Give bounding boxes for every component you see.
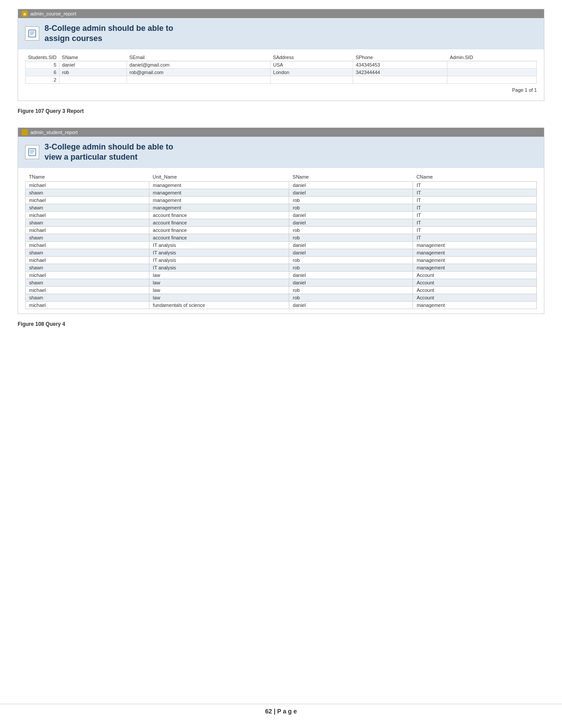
cell-saddress: London [270, 68, 353, 76]
svg-rect-6 [22, 130, 27, 134]
cell-cname: IT [413, 219, 537, 226]
cell-unit-name: law [149, 271, 289, 279]
cell-sname: daniel [289, 279, 413, 286]
cell-unit-name: account finance [149, 226, 289, 234]
table-row: michael IT analysis rob management [26, 256, 537, 264]
cell-cname: Account [413, 279, 537, 286]
cell-cname: IT [413, 204, 537, 211]
col2-tname: TName [26, 172, 149, 182]
cell-tname: michael [26, 181, 149, 189]
report1-pagination: Page 1 of 1 [25, 84, 537, 96]
report1-total-row: 2 [26, 76, 537, 83]
cell-sname: rob [289, 204, 413, 211]
cell-unit-name: management [149, 196, 289, 204]
cell-tname: michael [26, 211, 149, 219]
svg-rect-2 [29, 30, 36, 37]
cell-cname: IT [413, 181, 537, 189]
cell-unit-name: law [149, 294, 289, 301]
cell-unit-name: account finance [149, 219, 289, 226]
cell-unit-name: fundamentals of science [149, 301, 289, 309]
svg-text:▦: ▦ [23, 12, 26, 15]
table-row: shawn IT analysis rob management [26, 264, 537, 271]
table-row: shawn management rob IT [26, 204, 537, 211]
report2-header: 3-College admin should be able to view a… [18, 137, 544, 168]
cell-sname: rob [289, 256, 413, 264]
cell-tname: shawn [26, 219, 149, 226]
report1-title-line1: 8-College admin should be able to [45, 23, 173, 34]
report1-title: 8-College admin should be able to assign… [45, 23, 173, 44]
table-row: michael management rob IT [26, 196, 537, 204]
cell-tname: michael [26, 196, 149, 204]
table-row: michael law daniel Account [26, 271, 537, 279]
cell-tname: michael [26, 256, 149, 264]
report1-total-cell: 2 [26, 76, 60, 83]
report2-titlebar-icon [22, 129, 28, 135]
cell-sname: daniel [289, 211, 413, 219]
report2-title: 3-College admin should be able to view a… [45, 142, 173, 163]
col-sname: SName [59, 54, 127, 61]
page-number: 62 | P a g e [265, 708, 297, 715]
col-students-sid: Students.SID [26, 54, 60, 61]
cell-sname: daniel [289, 271, 413, 279]
cell-tname: michael [26, 286, 149, 294]
report1-titlebar-icon: ▦ [22, 11, 28, 17]
col2-unit-name: Unit_Name [149, 172, 289, 182]
cell-cname: Account [413, 294, 537, 301]
cell-tname: shawn [26, 204, 149, 211]
report1-table: Students.SID SName SEmail SAddress SPhon… [25, 54, 537, 84]
report2-container: admin_student_report 3-College admin sho… [18, 127, 544, 314]
cell-unit-name: management [149, 204, 289, 211]
cell-tname: shawn [26, 279, 149, 286]
cell-sid: 5 [26, 61, 60, 68]
cell-admin-sid [447, 68, 537, 76]
cell-sname: daniel [59, 61, 127, 68]
table-row: shawn law daniel Account [26, 279, 537, 286]
table-row: 5 daniel daniel@gmail.com USA 434345453 [26, 61, 537, 68]
cell-cname: IT [413, 196, 537, 204]
cell-unit-name: IT analysis [149, 241, 289, 249]
cell-tname: shawn [26, 249, 149, 256]
cell-sphone: 342344444 [353, 68, 447, 76]
cell-unit-name: management [149, 189, 289, 196]
cell-cname: management [413, 264, 537, 271]
table-row: shawn account finance daniel IT [26, 219, 537, 226]
cell-sname: rob [289, 226, 413, 234]
report1-container: ▦ admin_course_report 8-College admin sh… [18, 9, 544, 101]
cell-sid: 6 [26, 68, 60, 76]
cell-unit-name: IT analysis [149, 256, 289, 264]
cell-sphone: 434345453 [353, 61, 447, 68]
table-row: michael account finance daniel IT [26, 211, 537, 219]
cell-tname: shawn [26, 234, 149, 241]
cell-admin-sid [447, 61, 537, 68]
report1-header-icon [25, 26, 39, 41]
cell-cname: IT [413, 211, 537, 219]
col-sphone: SPhone [353, 54, 447, 61]
table-row: shawn account finance rob IT [26, 234, 537, 241]
cell-sname: daniel [289, 189, 413, 196]
report1-body: Students.SID SName SEmail SAddress SPhon… [18, 49, 544, 101]
cell-tname: michael [26, 226, 149, 234]
report1-header: 8-College admin should be able to assign… [18, 18, 544, 49]
report1-titlebar-label: admin_course_report [30, 11, 76, 16]
svg-rect-7 [29, 149, 36, 156]
report1-section: ▦ admin_course_report 8-College admin sh… [18, 9, 544, 114]
cell-unit-name: IT analysis [149, 249, 289, 256]
cell-sname: daniel [289, 249, 413, 256]
cell-cname: IT [413, 234, 537, 241]
cell-cname: management [413, 301, 537, 309]
cell-sname: rob [289, 234, 413, 241]
cell-cname: Account [413, 271, 537, 279]
report1-thead-row: Students.SID SName SEmail SAddress SPhon… [26, 54, 537, 61]
report2-title-line1: 3-College admin should be able to [45, 142, 173, 152]
table-row: 6 rob rob@gmail.com London 342344444 [26, 68, 537, 76]
report1-title-line2: assign courses [45, 34, 173, 44]
cell-tname: michael [26, 271, 149, 279]
report2-thead-row: TName Unit_Name SName CName [26, 172, 537, 182]
cell-unit-name: account finance [149, 234, 289, 241]
cell-sname: rob [289, 264, 413, 271]
cell-tname: shawn [26, 264, 149, 271]
cell-tname: michael [26, 241, 149, 249]
table-row: michael account finance rob IT [26, 226, 537, 234]
cell-cname: Account [413, 286, 537, 294]
report2-titlebar: admin_student_report [18, 128, 544, 137]
